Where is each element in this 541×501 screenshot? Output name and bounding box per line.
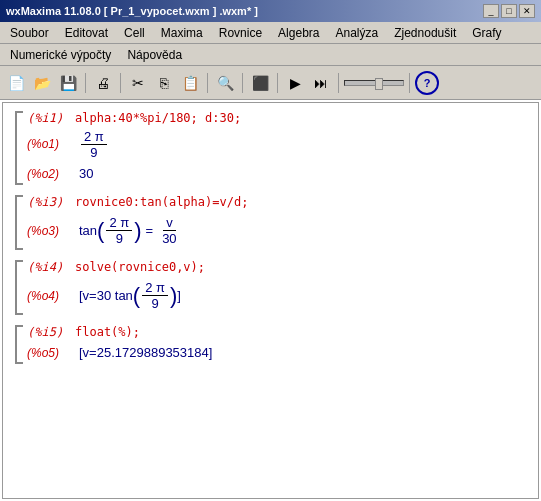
cell-row-o1: (%o1) 2 π 9 — [27, 129, 526, 160]
cell-row-i5: (%i5) float(%); — [27, 325, 526, 339]
cell-bracket-4 — [15, 325, 23, 364]
rparen-o4: ) — [170, 285, 177, 307]
input-i5: float(%); — [75, 325, 140, 339]
title-bar: wxMaxima 11.08.0 [ Pr_1_vypocet.wxm ] .w… — [0, 0, 541, 22]
cell-row-o2: (%o2) 30 — [27, 166, 526, 181]
menu-rovnice[interactable]: Rovnice — [213, 24, 268, 42]
menu-soubor[interactable]: Soubor — [4, 24, 55, 42]
label-i1: (%i1) — [27, 111, 71, 125]
label-o5: (%o5) — [27, 346, 71, 360]
menu-napoveda[interactable]: Nápověda — [121, 46, 188, 64]
zoom-slider[interactable] — [344, 80, 404, 86]
tan-o3: tan — [79, 223, 97, 238]
menu-numericke[interactable]: Numerické výpočty — [4, 46, 117, 64]
cell-content-2: (%i3) rovnice0:tan(alpha)=v/d; (%o3) tan… — [27, 195, 526, 250]
save-button[interactable]: 💾 — [56, 71, 80, 95]
new-button[interactable]: 📄 — [4, 71, 28, 95]
label-i5: (%i5) — [27, 325, 71, 339]
lparen-o3: ( — [97, 220, 104, 242]
notebook-content[interactable]: (%i1) alpha:40*%pi/180; d:30; (%o1) 2 π … — [2, 102, 539, 499]
fraction-o1: 2 π 9 — [81, 129, 107, 160]
cell-content-1: (%i1) alpha:40*%pi/180; d:30; (%o1) 2 π … — [27, 111, 526, 185]
label-o4: (%o4) — [27, 289, 71, 303]
numerator-o1: 2 π — [81, 129, 107, 145]
menu-algebra[interactable]: Algebra — [272, 24, 325, 42]
menu-cell[interactable]: Cell — [118, 24, 151, 42]
toolbar-sep2 — [120, 73, 121, 93]
cell-row-o4: (%o4) [v=30 tan ( 2 π 9 ) ] — [27, 280, 526, 311]
help-button[interactable]: ? — [415, 71, 439, 95]
toolbar-sep3 — [207, 73, 208, 93]
open-button[interactable]: 📂 — [30, 71, 54, 95]
cell-row-o3: (%o3) tan ( 2 π 9 ) = v 30 — [27, 215, 526, 246]
bracket-open-o4: [v=30 tan — [79, 288, 133, 303]
menu-grafy[interactable]: Grafy — [466, 24, 507, 42]
cell-group-2: (%i3) rovnice0:tan(alpha)=v/d; (%o3) tan… — [15, 195, 526, 250]
label-o2: (%o2) — [27, 167, 71, 181]
stop-button[interactable]: ⬛ — [248, 71, 272, 95]
d30-o3: 30 — [159, 231, 179, 246]
print-button[interactable]: 🖨 — [91, 71, 115, 95]
copy-button[interactable]: ⎘ — [152, 71, 176, 95]
menu-maxima[interactable]: Maxima — [155, 24, 209, 42]
label-i3: (%i3) — [27, 195, 71, 209]
cell-bracket-3 — [15, 260, 23, 315]
menu-analyza[interactable]: Analýza — [329, 24, 384, 42]
step-button[interactable]: ⏭ — [309, 71, 333, 95]
menu-zjednodusit[interactable]: Zjednodušit — [388, 24, 462, 42]
cell-row-i1: (%i1) alpha:40*%pi/180; d:30; — [27, 111, 526, 125]
cell-bracket-1 — [15, 111, 23, 185]
paste-button[interactable]: 📋 — [178, 71, 202, 95]
denominator-o1: 9 — [87, 145, 100, 160]
toolbar: 📄 📂 💾 🖨 ✂ ⎘ 📋 🔍 ⬛ ▶ ⏭ ? — [0, 66, 541, 100]
input-i4: solve(rovnice0,v); — [75, 260, 205, 274]
cell-group-3: (%i4) solve(rovnice0,v); (%o4) [v=30 tan… — [15, 260, 526, 315]
fraction-o3-arg: 2 π 9 — [106, 215, 132, 246]
numerator-o4: 2 π — [142, 280, 168, 296]
toolbar-sep1 — [85, 73, 86, 93]
minimize-button[interactable]: _ — [483, 4, 499, 18]
bracket-close-o4: ] — [177, 288, 181, 303]
main-area: (%i1) alpha:40*%pi/180; d:30; (%o1) 2 π … — [0, 100, 541, 501]
menu-bar-row1: Soubor Editovat Cell Maxima Rovnice Alge… — [0, 22, 541, 44]
cell-row-i3: (%i3) rovnice0:tan(alpha)=v/d; — [27, 195, 526, 209]
label-i4: (%i4) — [27, 260, 71, 274]
toolbar-sep5 — [277, 73, 278, 93]
denominator-o3: 9 — [113, 231, 126, 246]
window-title: wxMaxima 11.08.0 [ Pr_1_vypocet.wxm ] .w… — [6, 5, 258, 17]
cell-content-4: (%i5) float(%); (%o5) [v=25.172988935318… — [27, 325, 526, 364]
cell-row-i4: (%i4) solve(rovnice0,v); — [27, 260, 526, 274]
toolbar-sep7 — [409, 73, 410, 93]
output-o3: tan ( 2 π 9 ) = v 30 — [79, 215, 182, 246]
cell-group-4: (%i5) float(%); (%o5) [v=25.172988935318… — [15, 325, 526, 364]
cell-group-1: (%i1) alpha:40*%pi/180; d:30; (%o1) 2 π … — [15, 111, 526, 185]
v-o3: v — [163, 215, 176, 231]
input-i3: rovnice0:tan(alpha)=v/d; — [75, 195, 248, 209]
output-o5: [v=25.1729889353184] — [79, 345, 212, 360]
input-i1: alpha:40*%pi/180; d:30; — [75, 111, 241, 125]
equals-o3: = — [146, 223, 154, 238]
fraction-o4: 2 π 9 — [142, 280, 168, 311]
denominator-o4: 9 — [148, 296, 161, 311]
toolbar-sep4 — [242, 73, 243, 93]
lparen-o4: ( — [133, 285, 140, 307]
cut-button[interactable]: ✂ — [126, 71, 150, 95]
run-button[interactable]: ▶ — [283, 71, 307, 95]
maximize-button[interactable]: □ — [501, 4, 517, 18]
output-o1: 2 π 9 — [79, 129, 109, 160]
fraction-o3-rhs: v 30 — [159, 215, 179, 246]
toolbar-sep6 — [338, 73, 339, 93]
cell-row-o5: (%o5) [v=25.1729889353184] — [27, 345, 526, 360]
output-o4: [v=30 tan ( 2 π 9 ) ] — [79, 280, 181, 311]
numerator-o3: 2 π — [106, 215, 132, 231]
label-o3: (%o3) — [27, 224, 71, 238]
rparen-o3: ) — [134, 220, 141, 242]
find-button[interactable]: 🔍 — [213, 71, 237, 95]
output-o2: 30 — [79, 166, 93, 181]
label-o1: (%o1) — [27, 137, 71, 151]
menu-bar-row2: Numerické výpočty Nápověda — [0, 44, 541, 66]
close-button[interactable]: ✕ — [519, 4, 535, 18]
title-bar-controls: _ □ ✕ — [483, 4, 535, 18]
menu-editovat[interactable]: Editovat — [59, 24, 114, 42]
cell-bracket-2 — [15, 195, 23, 250]
